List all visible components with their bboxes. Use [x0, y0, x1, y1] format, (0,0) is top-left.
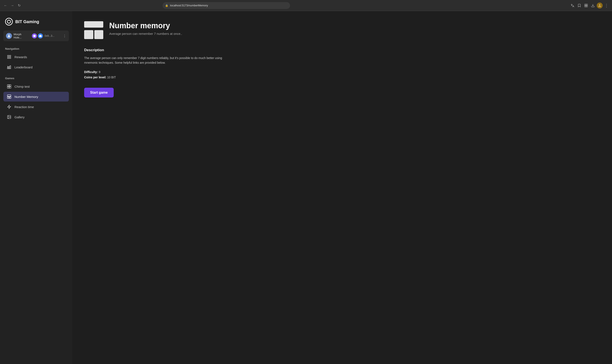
- bookmark-button[interactable]: [576, 2, 582, 9]
- reaction-time-label: Reaction time: [14, 105, 34, 109]
- game-title-area: Number memory Average person can remembe…: [109, 21, 182, 36]
- description-section: Description The average person can only …: [84, 48, 600, 80]
- account-address: 0x9...3...: [45, 34, 61, 37]
- lock-icon: 🔒: [165, 4, 168, 7]
- leaderboard-icon: [7, 65, 12, 69]
- difficulty-label: Difficulty:: [84, 70, 98, 74]
- sidebar-item-leaderboard[interactable]: Leaderboard: [3, 62, 69, 72]
- svg-rect-23: [7, 97, 9, 99]
- profile-avatar[interactable]: [597, 2, 603, 9]
- number-memory-label: Number Memory: [14, 95, 38, 99]
- sidebar-item-gallery[interactable]: Gallery: [3, 112, 69, 122]
- forward-button[interactable]: →: [9, 2, 15, 9]
- number-memory-icon: [7, 94, 12, 99]
- browser-chrome: ← → ↻ 🔒 localhost:5173/numberMemory ⋮: [0, 0, 612, 11]
- app-container: BIT Gaming Morph Hole... 0x9...3... ⋮ Na…: [0, 11, 612, 364]
- account-icons: [32, 33, 43, 39]
- game-title: Number memory: [109, 21, 182, 30]
- rewards-label: Rewards: [14, 55, 27, 59]
- game-icon-bottom-left: [84, 30, 93, 39]
- logo-inner-circle: [7, 20, 11, 24]
- svg-rect-10: [10, 55, 11, 57]
- svg-point-7: [33, 35, 36, 37]
- main-content: Number memory Average person can remembe…: [72, 11, 612, 364]
- browser-nav-buttons: ← → ↻: [2, 2, 22, 9]
- rewards-icon: [7, 55, 12, 59]
- account-more-button[interactable]: ⋮: [63, 34, 66, 38]
- svg-rect-0: [585, 4, 586, 5]
- game-icon-top: [84, 21, 103, 28]
- reaction-time-icon: [7, 104, 12, 109]
- browser-actions: ⋮: [570, 2, 610, 9]
- svg-rect-11: [8, 57, 9, 59]
- game-icon: [84, 21, 103, 40]
- sidebar-item-rewards[interactable]: Rewards: [3, 52, 69, 62]
- svg-rect-14: [9, 67, 10, 69]
- navigation-section: Navigation Rewards Leaderboard: [3, 47, 69, 72]
- svg-rect-1: [586, 4, 587, 5]
- game-subtitle: Average person can remember 7 numbers at…: [109, 32, 182, 36]
- chimp-test-icon: [7, 84, 12, 89]
- coins-value: 10 BIT: [107, 76, 116, 79]
- svg-rect-19: [9, 85, 11, 86]
- refresh-button[interactable]: ↻: [16, 2, 22, 9]
- difficulty-value: 9: [99, 70, 100, 74]
- download-button[interactable]: [590, 2, 596, 9]
- chimp-test-label: Chimp test: [14, 85, 30, 88]
- address-bar[interactable]: 🔒 localhost:5173/numberMemory: [162, 2, 290, 9]
- svg-rect-3: [585, 6, 586, 7]
- svg-marker-25: [8, 105, 11, 109]
- translate-button[interactable]: [570, 2, 575, 9]
- svg-rect-9: [8, 55, 9, 57]
- description-text: The average person can only remember 7 d…: [84, 56, 229, 65]
- svg-rect-13: [7, 67, 8, 69]
- gallery-label: Gallery: [14, 115, 25, 119]
- game-header: Number memory Average person can remembe…: [84, 21, 600, 40]
- menu-button[interactable]: ⋮: [603, 2, 610, 9]
- logo-icon: [5, 18, 13, 26]
- logo-area: BIT Gaming: [3, 16, 69, 31]
- url-text: localhost:5173/numberMemory: [170, 4, 208, 7]
- sidebar-item-chimp-test[interactable]: Chimp test: [3, 81, 69, 91]
- description-title: Description: [84, 48, 600, 52]
- sidebar-item-reaction-time[interactable]: Reaction time: [3, 102, 69, 112]
- svg-rect-2: [586, 6, 587, 7]
- svg-point-17: [8, 66, 8, 67]
- leaderboard-label: Leaderboard: [14, 65, 32, 69]
- svg-rect-21: [9, 87, 11, 88]
- back-button[interactable]: ←: [2, 2, 9, 9]
- account-bar[interactable]: Morph Hole... 0x9...3... ⋮: [3, 31, 69, 41]
- sidebar: BIT Gaming Morph Hole... 0x9...3... ⋮ Na…: [0, 11, 72, 364]
- sidebar-item-number-memory[interactable]: Number Memory: [3, 92, 69, 102]
- svg-point-6: [8, 35, 10, 36]
- extensions-button[interactable]: [583, 2, 589, 9]
- metamask-icon: [32, 33, 37, 39]
- game-icon-bottom-right: [94, 30, 104, 39]
- game-stats: Difficulty: 9 Coins per level: 10 BIT: [84, 69, 600, 80]
- svg-point-27: [8, 116, 9, 117]
- svg-rect-22: [7, 95, 11, 97]
- games-section-title: Games: [3, 77, 69, 80]
- navigation-section-title: Navigation: [3, 47, 69, 50]
- games-section: Games Chimp test Number Memor: [3, 77, 69, 122]
- gallery-icon: [7, 115, 12, 119]
- svg-point-5: [599, 4, 600, 6]
- svg-rect-18: [7, 85, 9, 86]
- wallet-icon: [38, 33, 43, 39]
- logo-text: BIT Gaming: [15, 19, 39, 24]
- svg-rect-24: [9, 97, 11, 99]
- difficulty-stat: Difficulty: 9: [84, 69, 600, 75]
- account-avatar: [6, 33, 12, 39]
- svg-rect-20: [7, 87, 9, 88]
- coins-stat: Coins per level: 10 BIT: [84, 75, 600, 80]
- coins-label: Coins per level:: [84, 76, 106, 79]
- svg-rect-12: [10, 57, 11, 59]
- account-name: Morph Hole...: [13, 33, 30, 39]
- start-game-button[interactable]: Start game: [84, 88, 114, 97]
- svg-rect-15: [10, 66, 11, 69]
